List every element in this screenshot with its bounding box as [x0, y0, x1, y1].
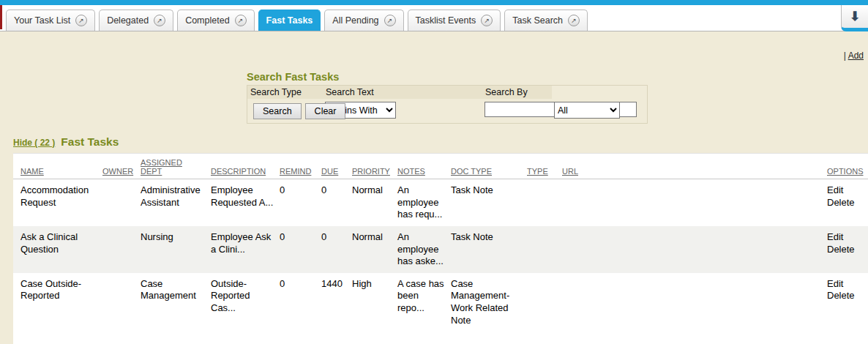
delete-link[interactable]: Delete	[827, 197, 864, 209]
cell-type	[525, 179, 561, 226]
arrow-down-icon: ⬇	[850, 10, 860, 23]
cell-priority: Normal	[351, 226, 396, 273]
column-header-doc-type[interactable]: DOC TYPE	[449, 154, 525, 179]
fast-tasks-table-wrap: NAME OWNER ASSIGNED DEPT DESCRIPTION REM…	[13, 153, 868, 344]
cell-owner	[101, 226, 139, 273]
tab-label: All Pending	[332, 15, 378, 26]
add-link[interactable]: Add	[848, 51, 864, 61]
cell-notes: An employee has aske...	[396, 226, 449, 273]
fast-tasks-table: NAME OWNER ASSIGNED DEPT DESCRIPTION REM…	[13, 153, 868, 332]
column-header-type[interactable]: TYPE	[525, 154, 561, 179]
search-text-label: Search Text	[323, 86, 482, 99]
tab-bar: Your Task List ↗ Delegated ↗ Completed ↗…	[0, 0, 868, 31]
tab-completed[interactable]: Completed ↗	[177, 10, 254, 31]
cell-options: Edit Delete	[826, 226, 868, 273]
tab-scroll-down-button[interactable]: ⬇	[841, 5, 868, 31]
cell-owner	[101, 273, 139, 332]
tab-label: Fast Tasks	[266, 15, 313, 26]
search-by-label: Search By	[482, 86, 552, 99]
cell-doc-type: Task Note	[449, 226, 525, 273]
edit-link[interactable]: Edit	[827, 184, 864, 197]
column-header-description[interactable]: DESCRIPTION	[209, 154, 278, 179]
column-header-priority[interactable]: PRIORITY	[351, 154, 396, 179]
cell-owner	[101, 179, 139, 226]
cell-doc-type: Case Management-Work Related Note	[449, 273, 525, 332]
cell-assigned-dept: Administrative Assistant	[139, 179, 209, 226]
cell-options: Edit Delete	[826, 179, 868, 226]
column-header-due[interactable]: DUE	[320, 154, 351, 179]
cell-due: 0	[320, 226, 351, 273]
table-row: Case Outside-Reported Case Management Ou…	[13, 273, 868, 332]
cell-type	[525, 226, 561, 273]
cell-url	[561, 179, 826, 226]
cell-type	[525, 273, 561, 332]
cell-description: Outside-Reported Cas...	[209, 273, 278, 332]
cell-due: 0	[320, 179, 351, 226]
tab-label: Task Search	[512, 15, 563, 26]
cell-url	[561, 273, 826, 332]
popout-icon[interactable]: ↗	[75, 15, 87, 26]
search-button[interactable]: Search	[253, 103, 302, 119]
tab-label: Completed	[185, 15, 229, 26]
cell-notes: An employee has requ...	[396, 179, 449, 226]
cell-url	[561, 226, 826, 273]
search-section: Search Fast Tasks Search Type Search Tex…	[247, 71, 868, 124]
popout-icon[interactable]: ↗	[235, 15, 247, 26]
column-header-assigned-dept[interactable]: ASSIGNED DEPT	[139, 154, 209, 179]
search-label-spacer	[552, 86, 647, 99]
left-edge-accent	[0, 5, 2, 29]
cell-name: Case Outside-Reported	[13, 273, 101, 332]
cell-remind: 0	[278, 179, 320, 226]
hide-link[interactable]: Hide ( 22 )	[13, 138, 55, 148]
table-row: Accommodation Request Administrative Ass…	[13, 179, 868, 226]
search-box: Search Type Search Text Search By Begins…	[247, 85, 648, 124]
tab-tasklist-events[interactable]: Tasklist Events ↗	[408, 10, 501, 31]
page: Your Task List ↗ Delegated ↗ Completed ↗…	[0, 0, 868, 344]
popout-icon[interactable]: ↗	[481, 15, 493, 26]
search-by-select[interactable]: All	[554, 102, 620, 119]
cell-priority: High	[351, 273, 396, 332]
cell-remind: 0	[278, 226, 320, 273]
edit-link[interactable]: Edit	[827, 278, 864, 291]
column-header-notes[interactable]: NOTES	[396, 154, 449, 179]
tab-label: Delegated	[107, 15, 149, 26]
table-row: Ask a Clinical Question Nursing Employee…	[13, 226, 868, 273]
column-header-name[interactable]: NAME	[13, 154, 101, 179]
delete-link[interactable]: Delete	[827, 244, 864, 256]
clear-button[interactable]: Clear	[305, 103, 346, 119]
cell-priority: Normal	[351, 179, 396, 226]
cell-remind: 0	[278, 273, 320, 332]
column-header-url[interactable]: URL	[561, 154, 826, 179]
table-header-row: NAME OWNER ASSIGNED DEPT DESCRIPTION REM…	[13, 154, 868, 179]
popout-icon[interactable]: ↗	[384, 15, 396, 26]
delete-link[interactable]: Delete	[827, 290, 864, 302]
tab-label: Tasklist Events	[416, 15, 476, 26]
edit-link[interactable]: Edit	[827, 231, 864, 244]
tab-label: Your Task List	[14, 15, 70, 26]
cell-description: Employee Ask a Clini...	[209, 226, 278, 273]
cell-notes: A case has been repo...	[396, 273, 449, 332]
popout-icon[interactable]: ↗	[568, 15, 580, 26]
tab-all-pending[interactable]: All Pending ↗	[324, 10, 403, 31]
cell-name: Ask a Clinical Question	[13, 226, 101, 273]
tab-task-search[interactable]: Task Search ↗	[504, 10, 588, 31]
tab-your-task-list[interactable]: Your Task List ↗	[6, 10, 95, 31]
tab-delegated[interactable]: Delegated ↗	[99, 10, 173, 31]
cell-assigned-dept: Nursing	[139, 226, 209, 273]
search-type-label: Search Type	[247, 86, 323, 99]
list-title: Fast Tasks	[61, 135, 119, 149]
cell-assigned-dept: Case Management	[139, 273, 209, 332]
cell-description: Employee Requested A...	[209, 179, 278, 226]
tab-fast-tasks[interactable]: Fast Tasks	[258, 10, 321, 31]
cell-due: 1440	[320, 273, 351, 332]
popout-icon[interactable]: ↗	[154, 15, 165, 26]
list-header: Hide ( 22 ) Fast Tasks	[13, 135, 868, 149]
cell-name: Accommodation Request	[13, 179, 101, 226]
search-title: Search Fast Tasks	[247, 71, 868, 83]
column-header-owner[interactable]: OWNER	[101, 154, 139, 179]
cell-options: Edit Delete	[826, 273, 868, 332]
column-header-remind[interactable]: REMIND	[278, 154, 320, 179]
column-header-options[interactable]: OPTIONS	[826, 154, 868, 179]
cell-doc-type: Task Note	[449, 179, 525, 226]
content-area: | Add Search Fast Tasks Search Type Sear…	[0, 31, 868, 344]
